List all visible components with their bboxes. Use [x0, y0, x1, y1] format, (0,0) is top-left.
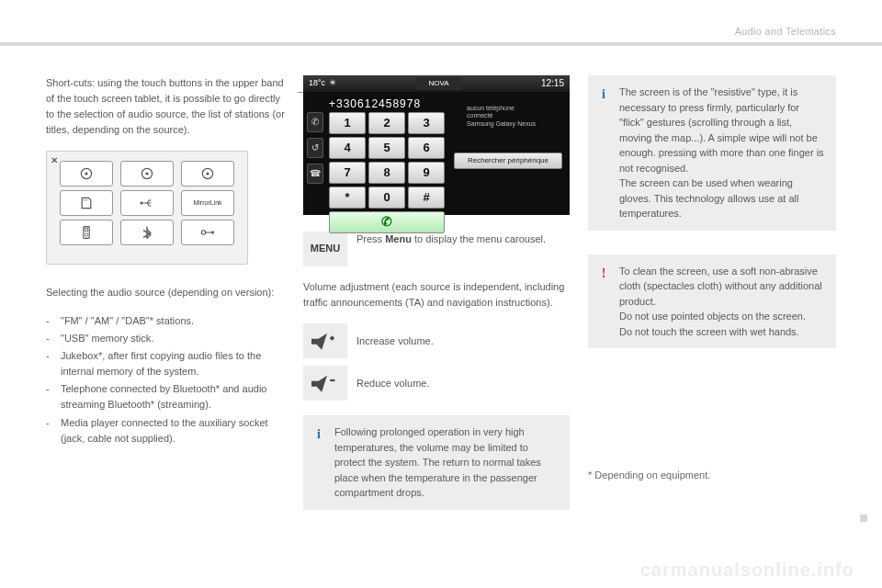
svg-point-5 [206, 173, 209, 175]
radio-source-button[interactable] [120, 161, 174, 187]
source-panel: ✕ MirrorLink [46, 151, 248, 265]
column-right: i The screen is of the "resistive" type,… [588, 75, 836, 510]
resistive-note-box: i The screen is of the "resistive" type,… [588, 75, 836, 231]
side-phone-icon[interactable]: ✆ [307, 112, 323, 132]
info-icon: i [597, 85, 610, 221]
volume-down-label: Reduce volume. [356, 376, 430, 391]
search-peripheral-button[interactable]: Rechercher périphérique [454, 153, 562, 169]
list-item: "FM" / "AM" / "DAB"* stations. [61, 313, 285, 329]
svg-marker-13 [311, 376, 327, 392]
usb-source-button[interactable] [120, 190, 174, 216]
aux-source-button[interactable] [181, 220, 234, 245]
side-redial-icon[interactable]: ↺ [307, 138, 323, 158]
key-4[interactable]: 4 [329, 137, 366, 159]
menu-instruction: Press Menu to display the menu carousel. [356, 232, 570, 247]
header-rule [0, 42, 882, 46]
column-left: Short-cuts: using the touch buttons in t… [46, 75, 285, 510]
key-0[interactable]: 0 [368, 187, 405, 209]
page-corner-marker [860, 514, 867, 522]
radio-source-button[interactable] [60, 161, 113, 187]
volume-down-button[interactable] [303, 366, 347, 401]
sd-source-button[interactable] [60, 190, 113, 216]
heat-note-text: Following prolonged operation in very hi… [334, 424, 559, 501]
phone-status-text: aucun téléphone connecté Samsung Galaxy … [467, 105, 559, 128]
key-3[interactable]: 3 [408, 112, 445, 134]
temperature: 18°c [309, 77, 325, 90]
svg-point-10 [201, 231, 206, 235]
source-list: -"FM" / "AM" / "DAB"* stations. -"USB" m… [46, 313, 285, 446]
key-1[interactable]: 1 [329, 112, 366, 134]
mirrorlink-source-button[interactable]: MirrorLink [181, 190, 234, 216]
key-star[interactable]: * [329, 187, 366, 209]
svg-point-3 [145, 173, 148, 175]
volume-up-button[interactable] [303, 323, 347, 358]
info-icon: i [312, 424, 325, 501]
menu-button[interactable]: MENU [303, 232, 347, 266]
svg-point-9 [85, 233, 88, 237]
column-center: 18°c☀ NOVA 12:15 +330612458978 ✆ ↺ ☎ 1 2… [303, 75, 570, 510]
watermark: carmanualsonline.info [0, 560, 854, 581]
cleaning-note-text: To clean the screen, use a soft non-abra… [619, 264, 825, 340]
heat-note-box: i Following prolonged operation in very … [303, 415, 570, 510]
section-title: Audio and Telematics [735, 26, 836, 37]
warning-icon: ! [597, 264, 610, 340]
svg-rect-8 [85, 228, 87, 231]
radio-source-button[interactable] [181, 161, 234, 187]
list-item: "USB" memory stick. [61, 331, 285, 346]
key-8[interactable]: 8 [368, 162, 405, 184]
weather-icon: ☀ [329, 77, 336, 90]
resistive-note-text: The screen is of the "resistive" type, i… [619, 85, 825, 221]
footnote: * Depending on equipment. [588, 468, 836, 483]
volume-up-label: Increase volume. [356, 334, 434, 349]
cleaning-note-box: ! To clean the screen, use a soft non-ab… [588, 254, 836, 349]
key-hash[interactable]: # [408, 187, 445, 209]
page: Audio and Telematics Short-cuts: using t… [0, 0, 882, 588]
touchscreen-screenshot: 18°c☀ NOVA 12:15 +330612458978 ✆ ↺ ☎ 1 2… [303, 75, 570, 215]
list-item: Media player connected to the auxiliary … [61, 415, 285, 447]
key-7[interactable]: 7 [329, 162, 366, 184]
svg-marker-12 [311, 334, 327, 350]
svg-rect-11 [212, 232, 214, 234]
key-6[interactable]: 6 [408, 137, 445, 159]
key-2[interactable]: 2 [368, 112, 405, 134]
selecting-intro: Selecting the audio source (depending on… [46, 285, 285, 300]
svg-point-1 [85, 173, 87, 175]
station-name: NOVA [416, 77, 462, 90]
shortcuts-text: Short-cuts: using the touch buttons in t… [46, 75, 285, 138]
side-contacts-icon[interactable]: ☎ [307, 164, 323, 184]
keypad: 1 2 3 4 5 6 7 8 9 * 0 # ✆ [329, 112, 445, 233]
key-5[interactable]: 5 [368, 137, 405, 159]
volume-intro: Volume adjustment (each source is indepe… [303, 279, 570, 311]
list-item: Jukebox*, after first copying audio file… [61, 348, 285, 379]
dialed-number: +330612458978 [329, 96, 421, 113]
bluetooth-source-button[interactable] [120, 220, 174, 245]
key-9[interactable]: 9 [408, 162, 445, 184]
svg-point-6 [141, 202, 143, 205]
close-icon[interactable]: ✕ [49, 153, 60, 164]
call-button[interactable]: ✆ [329, 211, 445, 233]
ipod-source-button[interactable] [60, 220, 113, 245]
clock: 12:15 [541, 76, 564, 91]
list-item: Telephone connected by Bluetooth* and au… [61, 381, 285, 413]
